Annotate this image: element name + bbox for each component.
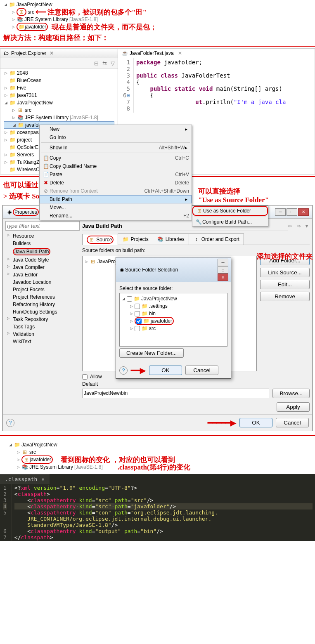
nav-refactoring[interactable]: Refactoring History — [5, 301, 80, 308]
menu-build-path[interactable]: Build Path▸ — [40, 195, 192, 203]
menu-delete[interactable]: ✖DeleteDelete — [40, 179, 192, 187]
xml-gutter: 12345 67 — [0, 484, 12, 541]
menu-copy[interactable]: 📋CopyCtrl+C — [40, 154, 192, 162]
code-content[interactable]: package javafolder; public class JavaFol… — [134, 58, 288, 113]
project-item[interactable]: ▷📁java7311 — [4, 92, 114, 99]
note-4: 可以直接选择 "Use as Source Folder" — [198, 186, 269, 204]
folder-checkbox-checked[interactable] — [136, 318, 142, 324]
close-tab-icon[interactable]: × — [41, 476, 45, 482]
tab-projects[interactable]: 📁Projects — [118, 234, 153, 245]
maximize-button[interactable]: □ — [287, 208, 297, 216]
edit-button[interactable]: Edit... — [260, 280, 310, 289]
nav-validation[interactable]: Validation — [5, 330, 80, 338]
java-file-icon: ☕ — [121, 50, 128, 57]
link-source-button[interactable]: Link Source... — [260, 268, 310, 277]
link-editor-button[interactable]: ⇆ — [101, 59, 108, 67]
project-icon: 📁 — [14, 441, 20, 448]
help-icon[interactable]: ? — [119, 366, 128, 375]
allow-checkbox[interactable] — [82, 374, 88, 380]
eclipse-icon: ◉ — [118, 267, 125, 273]
view-menu-button[interactable]: ▽ — [109, 59, 116, 67]
expand-icon[interactable]: ◢ — [3, 2, 7, 7]
source-folder-selection-dialog: ◉Source Folder Selection ─□✕ Select the … — [116, 257, 231, 379]
tree-item[interactable]: ▷⊞src — [4, 106, 114, 114]
menu-new[interactable]: New▸ — [40, 125, 192, 133]
menu-configure-build-path[interactable]: 🔧Configure Build Path... — [192, 218, 268, 226]
apply-button[interactable]: Apply — [277, 402, 310, 412]
close-x-icon[interactable]: ✕ — [50, 50, 54, 56]
menu-go-into[interactable]: Go Into — [40, 133, 192, 142]
menu-show-in[interactable]: Show InAlt+Shift+W▸ — [40, 144, 192, 152]
xml-content[interactable]: <?xml version="1.0" encoding="UTF-8"?> <… — [12, 484, 315, 541]
expand-icon[interactable]: ▷ — [11, 17, 15, 21]
minimize-button[interactable]: ─ — [275, 208, 286, 216]
editor-tab[interactable]: ☕JavaFolderTest.java✕ — [118, 49, 315, 58]
nav-facets[interactable]: Project Facets — [5, 286, 80, 293]
inner-cancel-button[interactable]: Cancel — [185, 366, 218, 375]
project-item[interactable]: ▷📁2048 — [4, 69, 114, 77]
nav-javadoc[interactable]: Javadoc Location — [5, 278, 80, 286]
menu-rename[interactable]: Rename...F2 — [40, 212, 192, 220]
project-item[interactable]: ▷📁Five — [4, 84, 114, 92]
nav-wikitext[interactable]: WikiText — [5, 338, 80, 345]
title-properties: Properties — [13, 208, 39, 216]
collapse-all-button[interactable]: ⊟ — [92, 59, 100, 67]
close-button[interactable]: ✕ — [298, 208, 309, 216]
tab-source[interactable]: ⊞ Source — [82, 234, 118, 245]
default-label: Default — [82, 381, 310, 387]
note-2: 现在是普通的文件夹，而不是包； — [52, 22, 157, 32]
root-checkbox[interactable] — [127, 296, 132, 302]
nav-compiler[interactable]: Java Compiler — [5, 264, 80, 271]
browse-button[interactable]: Browse... — [272, 389, 310, 398]
project-item[interactable]: ◢📁JavaProjectNew — [4, 99, 114, 106]
nav-java-build-path[interactable]: Java Build Path — [5, 247, 80, 256]
menu-use-as-source[interactable]: ⊞Use as Source Folder — [192, 206, 268, 216]
close-button[interactable]: ✕ — [218, 274, 228, 281]
menu-paste[interactable]: 📄PasteCtrl+V — [40, 170, 192, 179]
tab-order[interactable]: ↕Order and Export — [189, 234, 244, 245]
jre-label: JRE System Library — [24, 17, 68, 22]
close-tab-icon[interactable]: ✕ — [178, 50, 182, 56]
explorer-toolbar: ⊟ ⇆ ▽ — [0, 58, 118, 68]
javafolder-label: javafolder — [25, 24, 46, 30]
package-icon: ⊞ — [23, 456, 30, 463]
ok-button[interactable]: OK — [239, 418, 272, 427]
folder-checkbox[interactable] — [135, 326, 140, 331]
folder-checkbox[interactable] — [135, 311, 140, 316]
nav-code-style[interactable]: Java Code Style — [5, 256, 80, 264]
nav-task-tags[interactable]: Task Tags — [5, 323, 80, 330]
expand-icon[interactable]: ▷ — [11, 10, 15, 14]
jre-version: [JavaSE-1.8] — [69, 17, 98, 22]
output-folder-field[interactable]: JavaProjectNew\bin — [82, 389, 269, 398]
folder-selection-tree[interactable]: ◢📁JavaProjectNew ▷📁.settings ▷📁bin ▷📁jav… — [119, 293, 227, 347]
create-new-folder-button[interactable]: Create New Folder... — [119, 348, 184, 358]
nav-task-repo[interactable]: Task Repository — [5, 316, 80, 323]
folder-checkbox[interactable] — [135, 304, 140, 309]
tree-item[interactable]: ▷📚JRE System Library [JavaSE-1.8] — [4, 114, 114, 121]
expand-icon[interactable]: ▷ — [11, 25, 15, 29]
menu-remove-context[interactable]: ⊘Remove from ContextCtrl+Alt+Shift+Down — [40, 187, 192, 195]
help-icon[interactable]: ? — [6, 419, 14, 427]
nav-history-icons[interactable]: ⇦ ⇨ ▾ — [288, 223, 310, 229]
package-icon: ⊞ — [21, 449, 28, 455]
menu-move[interactable]: Move... — [40, 203, 192, 212]
project-item[interactable]: 📁BlueOcean — [4, 77, 114, 84]
nav-resource[interactable]: Resource — [5, 232, 80, 240]
library-icon: 📚 — [21, 464, 28, 470]
menu-copy-qualified[interactable]: 📋Copy Qualified Name — [40, 162, 192, 170]
xml-file-tab[interactable]: .classpath× — [0, 474, 50, 484]
nav-builders[interactable]: Builders — [5, 240, 80, 247]
inner-ok-button[interactable]: OK — [149, 366, 182, 375]
tab-libraries[interactable]: 📚Libraries — [153, 234, 189, 245]
nav-editor[interactable]: Java Editor — [5, 271, 80, 278]
maximize-button[interactable]: □ — [218, 266, 228, 274]
filter-input[interactable] — [5, 221, 80, 231]
nav-references[interactable]: Project References — [5, 293, 80, 301]
remove-button[interactable]: Remove — [260, 292, 310, 301]
cancel-button[interactable]: Cancel — [276, 418, 309, 427]
nav-rundebug[interactable]: Run/Debug Settings — [5, 308, 80, 316]
explorer-title: Project Explorer — [11, 50, 46, 56]
result-tree: ◢📁JavaProjectNew ▷⊞src ▷⊞javafolder 看到图标… — [0, 438, 315, 474]
inner-titlebar[interactable]: ◉Source Folder Selection ─□✕ — [116, 257, 231, 282]
minimize-button[interactable]: ─ — [218, 259, 228, 266]
